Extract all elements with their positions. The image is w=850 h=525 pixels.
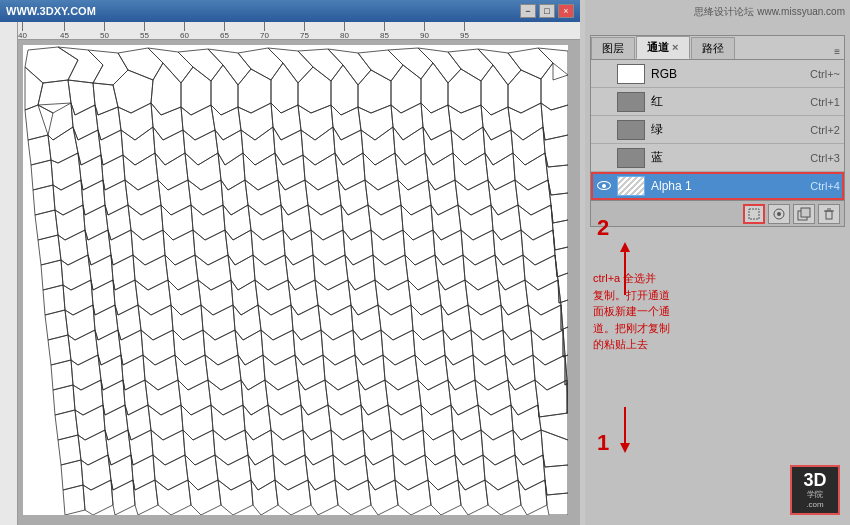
window-title: WWW.3DXY.COM: [6, 5, 96, 17]
eye-toggle-green[interactable]: [595, 121, 613, 139]
ruler-mark: 50: [100, 22, 109, 40]
new-channel-icon: [797, 207, 811, 221]
svg-marker-349: [620, 443, 630, 453]
ruler-mark: 85: [380, 22, 389, 40]
channel-row-alpha1[interactable]: Alpha 1 Ctrl+4: [591, 172, 844, 200]
tab-paths[interactable]: 路径: [691, 37, 735, 59]
ruler-mark: 55: [140, 22, 149, 40]
ruler-mark: 70: [260, 22, 269, 40]
channel-shortcut-rgb: Ctrl+~: [810, 68, 840, 80]
channel-row-rgb[interactable]: RGB Ctrl+~: [591, 60, 844, 88]
panel-toolbar: [591, 200, 844, 226]
ruler-left: [0, 22, 18, 525]
ruler-mark: 40: [18, 22, 27, 40]
channel-row-red[interactable]: 红 Ctrl+1: [591, 88, 844, 116]
eye-toggle-red[interactable]: [595, 93, 613, 111]
title-bar: WWW.3DXY.COM − □ ×: [0, 0, 580, 22]
annotation-text: ctrl+a 全选并 复制。打开通道 面板新建一个通 道。把刚才复制 的粘贴上去: [593, 270, 845, 353]
channel-name-green: 绿: [651, 121, 810, 138]
arrow-down-icon: [615, 405, 635, 455]
channel-thumb-alpha1: [617, 176, 645, 196]
new-channel-button[interactable]: [793, 204, 815, 224]
channel-row-blue[interactable]: 蓝 Ctrl+3: [591, 144, 844, 172]
ruler-mark: 80: [340, 22, 349, 40]
minimize-button[interactable]: −: [520, 4, 536, 18]
ruler-mark: 95: [460, 22, 469, 40]
ruler-top: 40 45 50 55 60 65 70 75 80 85 90 95: [0, 22, 580, 40]
ruler-mark: 65: [220, 22, 229, 40]
title-controls: − □ ×: [520, 4, 574, 18]
channel-thumb-blue: [617, 148, 645, 168]
logo-3d: 3D: [803, 471, 826, 489]
channels-panel: 图层 通道 路径 ≡ RGB Ctrl+~ 红: [590, 35, 845, 227]
canvas: [23, 45, 568, 515]
tab-channels[interactable]: 通道: [636, 36, 690, 59]
channel-name-rgb: RGB: [651, 67, 810, 81]
tab-layers[interactable]: 图层: [591, 37, 635, 59]
eye-toggle-rgb[interactable]: [595, 65, 613, 83]
trash-icon: [822, 207, 836, 221]
annotation-number-2: 2: [597, 215, 609, 241]
ruler-mark: 75: [300, 22, 309, 40]
main-window: WWW.3DXY.COM − □ × 40 45 50 55 60 65 70 …: [0, 0, 580, 525]
channel-shortcut-green: Ctrl+2: [810, 124, 840, 136]
logo-subtext: 学院: [807, 489, 823, 500]
ruler-mark: 60: [180, 22, 189, 40]
channel-name-red: 红: [651, 93, 810, 110]
ruler-mark: 90: [420, 22, 429, 40]
ruler-mark: 45: [60, 22, 69, 40]
svg-rect-0: [23, 45, 568, 515]
eye-toggle-alpha1[interactable]: [595, 177, 613, 195]
logo-area: 3D 学院 .com: [790, 465, 840, 515]
eye-toggle-blue[interactable]: [595, 149, 613, 167]
svg-marker-347: [620, 242, 630, 252]
right-panel: 思绛设计论坛 www.missyuan.com 图层 通道 路径 ≡ RGB C…: [585, 0, 850, 525]
eye-icon-alpha1: [597, 181, 611, 190]
channel-thumb-red: [617, 92, 645, 112]
delete-channel-button[interactable]: [818, 204, 840, 224]
channel-thumb-green: [617, 120, 645, 140]
channel-name-alpha1: Alpha 1: [651, 179, 810, 193]
maximize-button[interactable]: □: [539, 4, 555, 18]
panel-tabs: 图层 通道 路径 ≡: [591, 36, 844, 60]
close-button[interactable]: ×: [558, 4, 574, 18]
svg-rect-342: [801, 208, 810, 217]
channel-shortcut-blue: Ctrl+3: [810, 152, 840, 164]
save-selection-icon: [772, 207, 786, 221]
canvas-area: [18, 40, 580, 525]
channel-shortcut-alpha1: Ctrl+4: [810, 180, 840, 192]
annotation-number-1: 1: [597, 430, 609, 456]
channel-list: RGB Ctrl+~ 红 Ctrl+1 绿 Ctrl+2 蓝: [591, 60, 844, 200]
channel-row-green[interactable]: 绿 Ctrl+2: [591, 116, 844, 144]
save-selection-button[interactable]: [768, 204, 790, 224]
load-selection-icon: [747, 207, 761, 221]
logo-box: 3D 学院 .com: [790, 465, 840, 515]
svg-rect-338: [749, 209, 759, 219]
channel-shortcut-red: Ctrl+1: [810, 96, 840, 108]
channel-name-blue: 蓝: [651, 149, 810, 166]
voronoi-pattern: [23, 45, 568, 515]
svg-point-340: [777, 212, 781, 216]
svg-rect-343: [826, 211, 832, 219]
load-selection-button[interactable]: [743, 204, 765, 224]
annotation-arrow-down: [615, 405, 635, 458]
channel-thumb-rgb: [617, 64, 645, 84]
top-branding: 思绛设计论坛 www.missyuan.com: [694, 5, 845, 19]
panel-menu-button[interactable]: ≡: [834, 46, 840, 57]
logo-site: .com: [806, 500, 823, 509]
voronoi-svg: [23, 45, 568, 515]
